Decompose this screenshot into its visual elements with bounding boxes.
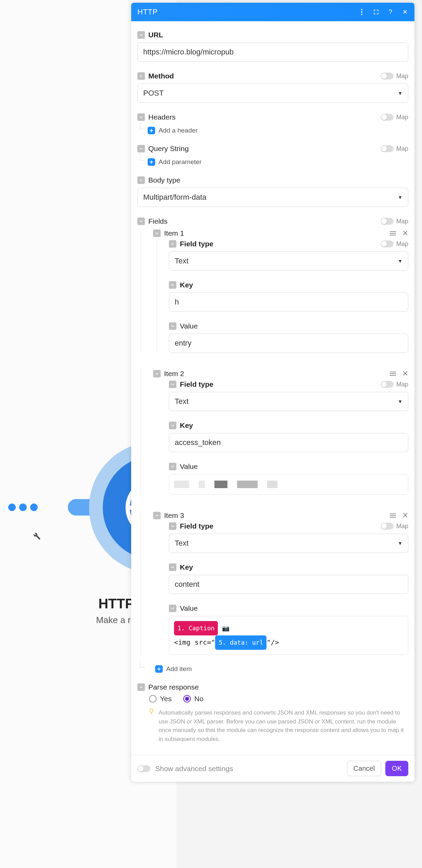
url-input[interactable]: https://micro.blog/micropub [137,42,408,62]
field-type-label: Field type [180,380,213,388]
key-label: Key [180,281,193,289]
add-item-label: Add item [166,665,192,673]
collapse-icon[interactable] [169,522,176,530]
cancel-button[interactable]: Cancel [347,761,381,776]
parse-hint-text: Automatically parses responses and conve… [159,708,408,743]
method-select[interactable]: POST ▼ [137,84,408,103]
field-type-label: Field type [180,522,213,530]
method-map-toggle[interactable] [381,73,394,79]
drag-handle-icon[interactable] [390,513,396,518]
add-item-button[interactable]: + [155,665,163,673]
map-label: Map [396,381,408,388]
item-title: Item 2 [164,370,184,378]
field-type-label: Field type [180,240,213,248]
mapping-pill-caption[interactable]: 1. Caption [174,621,218,635]
add-parameter-button[interactable]: + [148,158,155,166]
collapse-icon[interactable] [137,31,145,39]
remove-item-icon[interactable]: ✕ [402,229,408,238]
collapse-icon[interactable] [169,563,176,571]
advanced-settings-label: Show advanced settings [155,765,233,773]
chevron-down-icon: ▼ [398,258,402,264]
map-label: Map [396,218,408,225]
field-type-map-toggle[interactable] [381,240,394,247]
camera-icon: 📷 [222,624,229,632]
query-map-toggle[interactable] [381,145,394,152]
map-label: Map [396,145,408,152]
key-input[interactable]: content [169,575,408,594]
upstream-chain [8,504,38,511]
key-label: Key [180,563,193,571]
collapse-icon[interactable] [153,230,161,237]
collapse-icon[interactable] [153,370,161,377]
map-label: Map [396,73,408,80]
value-input[interactable]: 1. Caption 📷 <img src="5. data: url"/> [169,616,408,655]
chevron-down-icon: ▼ [398,195,402,200]
collapse-icon[interactable] [137,218,145,225]
map-label: Map [396,240,408,248]
drag-handle-icon[interactable] [390,231,396,235]
advanced-settings-toggle[interactable] [137,765,150,772]
body-type-label: Body type [148,176,180,184]
body-type-select[interactable]: Multipart/form-data ▼ [137,188,408,207]
item-title: Item 1 [164,229,184,237]
url-label: URL [148,31,163,39]
collapse-icon[interactable] [137,683,145,691]
collapse-icon[interactable] [169,381,176,388]
value-label: Value [180,604,198,612]
value-text: <img src=" [174,638,215,646]
parse-yes-radio[interactable]: Yes [149,695,172,703]
add-header-label: Add a header [159,127,198,134]
query-string-label: Query String [148,145,189,153]
collapse-icon[interactable] [169,322,176,330]
collapse-icon[interactable] [137,176,145,184]
lightbulb-icon [148,708,154,743]
chevron-down-icon: ▼ [398,399,402,404]
headers-label: Headers [148,113,175,121]
http-settings-panel: HTTP ? ✕ URL https://micro.blog/micropub [131,3,414,782]
map-label: Map [396,523,408,530]
collapse-icon[interactable] [137,113,145,121]
field-type-select[interactable]: Text ▼ [169,251,408,271]
collapse-icon[interactable] [169,240,176,248]
mapping-pill-data-url[interactable]: 5. data: url [215,635,266,650]
collapse-icon[interactable] [153,512,161,519]
help-icon[interactable]: ? [387,9,394,15]
node-title: HTTP [98,596,134,611]
key-label: Key [180,421,193,430]
field-type-map-toggle[interactable] [381,523,394,530]
parse-no-radio[interactable]: No [183,695,203,703]
remove-item-icon[interactable]: ✕ [402,369,408,378]
drag-handle-icon[interactable] [390,372,396,376]
add-header-button[interactable]: + [148,127,155,134]
item-title: Item 3 [164,511,184,520]
close-icon[interactable]: ✕ [401,9,408,15]
headers-map-toggle[interactable] [381,114,394,121]
ok-button[interactable]: OK [385,761,408,776]
collapse-icon[interactable] [169,281,176,289]
field-type-select[interactable]: Text ▼ [169,534,408,553]
remove-item-icon[interactable]: ✕ [402,511,408,520]
panel-header: HTTP ? ✕ [131,3,414,21]
value-input[interactable]: entry [169,334,408,353]
collapse-icon[interactable] [137,72,145,80]
collapse-icon[interactable] [169,463,176,470]
key-input[interactable]: h [169,293,408,312]
collapse-icon[interactable] [137,145,145,152]
map-label: Map [396,114,408,121]
chevron-down-icon: ▼ [398,541,402,546]
expand-icon[interactable] [373,9,380,15]
value-input-redacted[interactable] [169,474,408,495]
field-type-map-toggle[interactable] [381,381,394,388]
value-label: Value [180,322,198,330]
panel-title: HTTP [137,8,158,16]
collapse-icon[interactable] [169,422,176,429]
wrench-icon[interactable] [31,530,41,542]
key-input[interactable]: access_token [169,433,408,452]
more-menu-icon[interactable] [358,9,365,15]
field-type-select[interactable]: Text ▼ [169,392,408,411]
value-text: "/> [266,638,279,646]
fields-label: Fields [148,217,167,225]
fields-map-toggle[interactable] [381,218,394,225]
collapse-icon[interactable] [169,605,176,612]
value-label: Value [180,462,198,471]
